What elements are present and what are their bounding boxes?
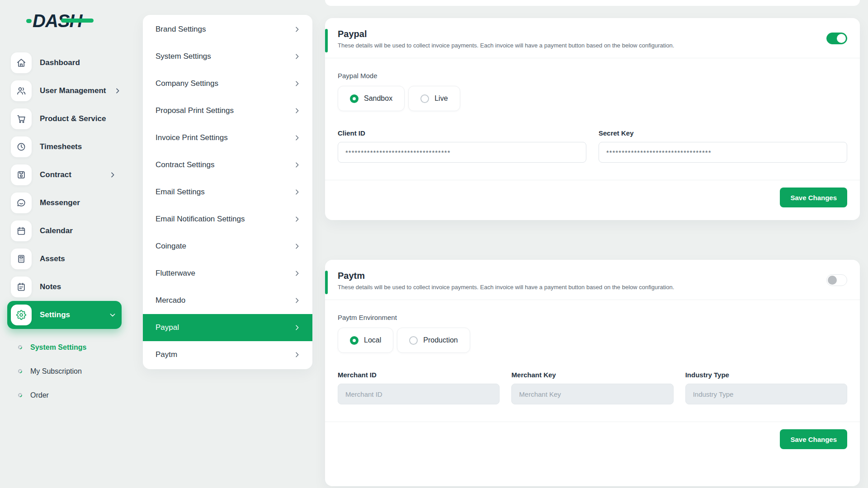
sidebar-item[interactable]: Settings [7, 301, 122, 329]
app-logo-text: DASH [33, 12, 82, 30]
sidebar-item-icon-box [11, 136, 32, 157]
sidebar-item-label: Assets [40, 254, 65, 263]
paytm-card-body: Paytm Environment Local Production Merch… [325, 300, 860, 422]
settings-menu-item[interactable]: Contract Settings [143, 151, 312, 178]
sidebar-item-icon-box [11, 221, 32, 241]
paytm-environment-label: Paytm Environment [338, 314, 847, 321]
paytm-fields: Merchant ID Merchant Key Industry Type [338, 371, 847, 404]
paytm-description: These details will be used to collect in… [338, 284, 847, 291]
radio-icon [350, 94, 359, 103]
radio-option[interactable]: Local [338, 328, 393, 353]
save-changes-button[interactable]: Save Changes [780, 429, 847, 449]
settings-menu-panel: Brand Settings System Settings Company S… [143, 15, 312, 369]
settings-menu-item[interactable]: Proposal Print Settings [143, 97, 312, 124]
settings-menu-item[interactable]: Invoice Print Settings [143, 124, 312, 151]
sidebar-item[interactable]: User Management [7, 77, 122, 105]
chevron-right-icon [293, 161, 301, 169]
chevron-right-icon [293, 53, 301, 60]
sidebar-item[interactable]: Calendar [7, 217, 122, 245]
chevron-right-icon [293, 270, 301, 277]
form-field: Merchant Key [511, 371, 673, 404]
form-field: Secret Key [599, 129, 847, 163]
paypal-card-body: Paypal Mode Sandbox Live Client ID Secre… [325, 58, 860, 180]
sidebar-item[interactable]: Messenger [7, 189, 122, 217]
bullet-icon [17, 392, 23, 398]
sidebar-item[interactable]: Timesheets [7, 133, 122, 161]
paypal-enabled-toggle[interactable] [826, 33, 847, 44]
sidebar-menu: Dashboard User Management Product & Serv… [7, 49, 122, 329]
text-input[interactable] [338, 142, 586, 163]
sidebar-subitem[interactable]: My Subscription [18, 359, 122, 383]
settings-menu-item[interactable]: System Settings [143, 43, 312, 70]
chevron-down-icon [109, 311, 116, 319]
chat-icon [16, 198, 26, 208]
toggle-knob [828, 276, 837, 285]
paypal-description: These details will be used to collect in… [338, 42, 847, 49]
sidebar-item[interactable]: Contract [7, 161, 122, 189]
text-input[interactable] [599, 142, 847, 163]
form-field: Merchant ID [338, 371, 500, 404]
paypal-fields: Client ID Secret Key [338, 129, 847, 163]
notes-icon [16, 282, 26, 292]
paytm-card: Paytm These details will be used to coll… [325, 260, 860, 486]
sidebar-item[interactable]: Product & Service [7, 105, 122, 133]
sidebar-item-label: Notes [40, 282, 61, 291]
clock-icon [16, 142, 26, 152]
accent-bar [325, 271, 328, 294]
sidebar-subitem[interactable]: System Settings [18, 335, 122, 359]
radio-option-label: Sandbox [364, 94, 392, 103]
chevron-right-icon [293, 107, 301, 114]
chevron-right-icon [293, 351, 301, 358]
settings-menu-item[interactable]: Email Notification Settings [143, 206, 312, 233]
contract-icon [16, 170, 26, 180]
text-input[interactable] [685, 384, 847, 404]
chevron-right-icon [293, 297, 301, 304]
radio-option[interactable]: Live [408, 86, 460, 111]
chevron-right-icon [293, 26, 301, 33]
settings-menu-item-label: Email Settings [156, 188, 205, 197]
field-label: Client ID [338, 129, 586, 137]
paypal-card-footer: Save Changes [325, 180, 860, 220]
logo-bar-icon [61, 19, 94, 23]
settings-menu-item-label: Contract Settings [156, 160, 214, 169]
settings-menu-item[interactable]: Company Settings [143, 70, 312, 97]
settings-menu-item-label: Proposal Print Settings [156, 106, 234, 115]
paypal-mode-options: Sandbox Live [338, 86, 847, 111]
paytm-enabled-toggle[interactable] [826, 274, 847, 286]
save-changes-button[interactable]: Save Changes [780, 188, 847, 207]
radio-option[interactable]: Production [397, 328, 470, 353]
field-label: Merchant ID [338, 371, 500, 379]
sidebar-item-icon-box [11, 80, 32, 101]
sidebar-item[interactable]: Assets [7, 245, 122, 273]
settings-menu-item[interactable]: Flutterwave [143, 260, 312, 287]
sidebar-item[interactable]: Notes [7, 273, 122, 301]
sidebar-item-label: User Management [40, 86, 106, 95]
chevron-right-icon [109, 171, 116, 178]
sidebar-item-label: Timesheets [40, 142, 82, 151]
settings-menu-item[interactable]: Paypal [143, 314, 312, 341]
radio-icon [420, 94, 429, 103]
calendar-icon [16, 226, 26, 236]
radio-option[interactable]: Sandbox [338, 86, 405, 111]
bullet-icon [17, 344, 23, 350]
text-input[interactable] [511, 384, 673, 404]
settings-menu-item[interactable]: Mercado [143, 287, 312, 314]
settings-menu-item[interactable]: Paytm [143, 341, 312, 368]
settings-menu-item[interactable]: Coingate [143, 233, 312, 260]
sidebar-submenu: System Settings My Subscription Order [18, 335, 122, 407]
chevron-right-icon [293, 216, 301, 223]
radio-option-label: Local [364, 336, 381, 344]
sidebar-subitem[interactable]: Order [18, 383, 122, 407]
settings-menu-item-label: Paypal [156, 323, 179, 332]
sidebar-item-label: Calendar [40, 226, 73, 235]
field-label: Secret Key [599, 129, 847, 137]
radio-icon [409, 336, 418, 345]
text-input[interactable] [338, 384, 500, 404]
settings-menu-item[interactable]: Brand Settings [143, 16, 312, 43]
settings-menu-item[interactable]: Email Settings [143, 178, 312, 206]
sidebar-item[interactable]: Dashboard [7, 49, 122, 77]
paypal-card: Paypal These details will be used to col… [325, 18, 860, 220]
paypal-card-header: Paypal These details will be used to col… [325, 18, 860, 58]
paytm-environment-options: Local Production [338, 328, 847, 353]
users-icon [16, 86, 26, 96]
